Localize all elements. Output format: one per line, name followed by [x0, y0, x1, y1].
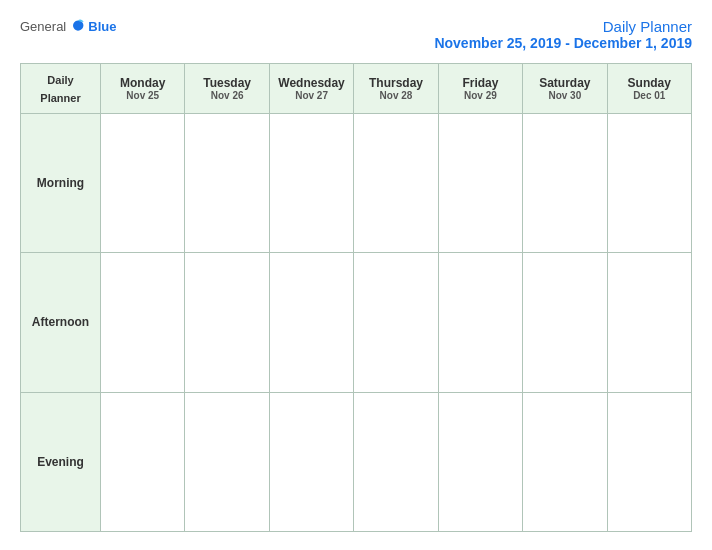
day-header-wednesday: Wednesday Nov 27: [269, 64, 353, 114]
day-header-saturday: Saturday Nov 30: [523, 64, 607, 114]
day-date-sunday: Dec 01: [612, 90, 687, 101]
corner-header: Daily Planner: [21, 64, 101, 114]
day-header-sunday: Sunday Dec 01: [607, 64, 691, 114]
morning-wednesday-cell[interactable]: [269, 113, 353, 252]
table-header-row: Daily Planner Monday Nov 25 Tuesday Nov …: [21, 64, 692, 114]
afternoon-saturday-cell[interactable]: [523, 253, 607, 392]
planner-title: Daily Planner: [434, 18, 692, 35]
evening-monday-cell[interactable]: [101, 392, 185, 531]
day-header-friday: Friday Nov 29: [438, 64, 522, 114]
day-date-monday: Nov 25: [105, 90, 180, 101]
afternoon-sunday-cell[interactable]: [607, 253, 691, 392]
evening-label: Evening: [21, 392, 101, 531]
day-date-saturday: Nov 30: [527, 90, 602, 101]
afternoon-monday-cell[interactable]: [101, 253, 185, 392]
evening-sunday-cell[interactable]: [607, 392, 691, 531]
day-header-thursday: Thursday Nov 28: [354, 64, 438, 114]
afternoon-row: Afternoon: [21, 253, 692, 392]
evening-thursday-cell[interactable]: [354, 392, 438, 531]
day-header-monday: Monday Nov 25: [101, 64, 185, 114]
header: General Blue Daily Planner November 25, …: [20, 18, 692, 51]
afternoon-wednesday-cell[interactable]: [269, 253, 353, 392]
day-date-wednesday: Nov 27: [274, 90, 349, 101]
afternoon-friday-cell[interactable]: [438, 253, 522, 392]
day-name-wednesday: Wednesday: [274, 76, 349, 90]
planner-table: Daily Planner Monday Nov 25 Tuesday Nov …: [20, 63, 692, 532]
logo: General Blue: [20, 18, 116, 34]
day-name-monday: Monday: [105, 76, 180, 90]
morning-thursday-cell[interactable]: [354, 113, 438, 252]
page: General Blue Daily Planner November 25, …: [0, 0, 712, 550]
morning-saturday-cell[interactable]: [523, 113, 607, 252]
evening-row: Evening: [21, 392, 692, 531]
logo-area: General Blue: [20, 18, 116, 34]
day-name-tuesday: Tuesday: [189, 76, 264, 90]
day-date-friday: Nov 29: [443, 90, 518, 101]
afternoon-thursday-cell[interactable]: [354, 253, 438, 392]
day-name-thursday: Thursday: [358, 76, 433, 90]
corner-label: Daily Planner: [40, 74, 80, 104]
morning-sunday-cell[interactable]: [607, 113, 691, 252]
planner-date-range: November 25, 2019 - December 1, 2019: [434, 35, 692, 51]
day-name-saturday: Saturday: [527, 76, 602, 90]
title-area: Daily Planner November 25, 2019 - Decemb…: [434, 18, 692, 51]
evening-friday-cell[interactable]: [438, 392, 522, 531]
day-header-tuesday: Tuesday Nov 26: [185, 64, 269, 114]
day-date-tuesday: Nov 26: [189, 90, 264, 101]
afternoon-label: Afternoon: [21, 253, 101, 392]
logo-blue-text: Blue: [88, 19, 116, 34]
logo-bird-icon: [70, 18, 86, 34]
logo-general-text: General: [20, 19, 66, 34]
day-name-friday: Friday: [443, 76, 518, 90]
evening-saturday-cell[interactable]: [523, 392, 607, 531]
morning-friday-cell[interactable]: [438, 113, 522, 252]
day-name-sunday: Sunday: [612, 76, 687, 90]
morning-tuesday-cell[interactable]: [185, 113, 269, 252]
morning-row: Morning: [21, 113, 692, 252]
day-date-thursday: Nov 28: [358, 90, 433, 101]
evening-tuesday-cell[interactable]: [185, 392, 269, 531]
evening-wednesday-cell[interactable]: [269, 392, 353, 531]
morning-monday-cell[interactable]: [101, 113, 185, 252]
afternoon-tuesday-cell[interactable]: [185, 253, 269, 392]
morning-label: Morning: [21, 113, 101, 252]
